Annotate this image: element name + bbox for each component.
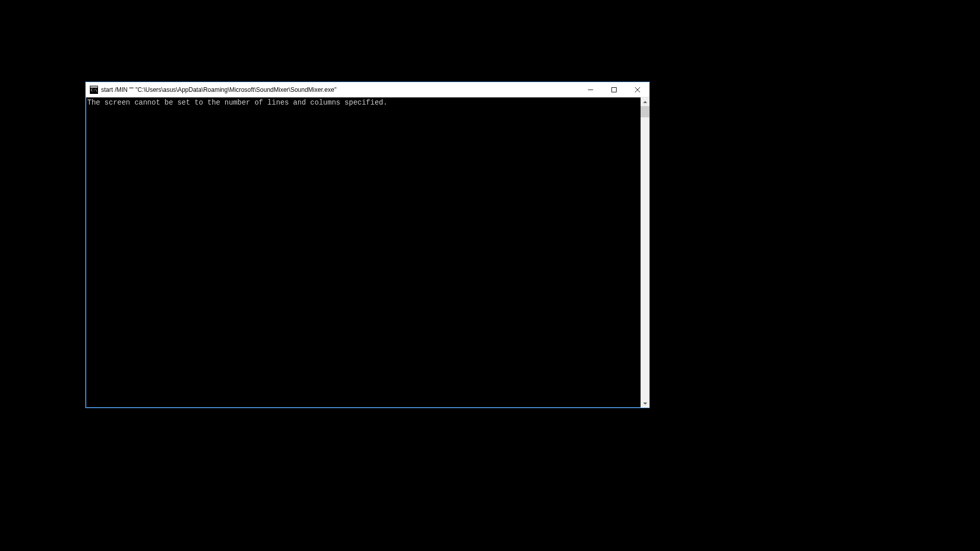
- window-controls: [579, 82, 649, 97]
- scroll-track[interactable]: [641, 106, 649, 399]
- window-title: start /MIN "" "C:\Users\asus\AppData\Roa…: [101, 86, 579, 93]
- cmd-icon: C:\: [90, 86, 98, 94]
- svg-rect-1: [90, 86, 97, 88]
- scroll-down-arrow-icon[interactable]: [641, 399, 649, 408]
- svg-rect-4: [612, 88, 617, 92]
- console-body: The screen cannot be set to the number o…: [86, 97, 649, 408]
- vertical-scrollbar[interactable]: [641, 97, 649, 408]
- close-button[interactable]: [626, 82, 649, 97]
- titlebar[interactable]: C:\ start /MIN "" "C:\Users\asus\AppData…: [86, 82, 649, 97]
- maximize-button[interactable]: [602, 82, 626, 97]
- svg-text:C:\: C:\: [91, 88, 97, 92]
- console-line: The screen cannot be set to the number o…: [87, 98, 641, 107]
- cmd-window: C:\ start /MIN "" "C:\Users\asus\AppData…: [85, 82, 650, 408]
- scroll-thumb[interactable]: [641, 106, 649, 117]
- scroll-up-arrow-icon[interactable]: [641, 97, 649, 106]
- console-content[interactable]: The screen cannot be set to the number o…: [86, 97, 641, 408]
- minimize-button[interactable]: [579, 82, 602, 97]
